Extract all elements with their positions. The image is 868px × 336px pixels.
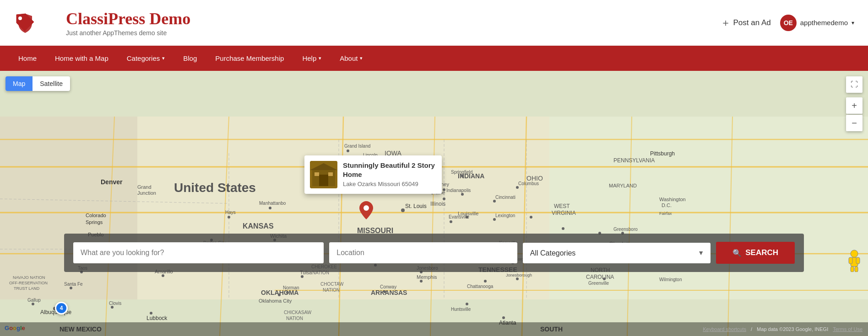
popup-listing-title[interactable]: Stunningly Beautiful 2 Story Home bbox=[343, 161, 436, 179]
svg-text:Manhattanbo: Manhattanbo bbox=[259, 201, 286, 206]
nav-categories-label: Categories bbox=[127, 54, 160, 62]
map-info-popup[interactable]: Stunningly Beautiful 2 Story Home Lake O… bbox=[304, 155, 442, 194]
svg-text:Greenville: Greenville bbox=[588, 281, 609, 286]
post-ad-button[interactable]: ＋ Post an Ad bbox=[721, 16, 771, 30]
search-icon: 🔍 bbox=[732, 249, 742, 257]
svg-rect-166 bbox=[328, 172, 333, 176]
nav-purchase-membership-label: Purchase Membership bbox=[215, 54, 284, 62]
svg-text:Jonesborough: Jonesborough bbox=[506, 273, 532, 277]
svg-text:St. Louis: St. Louis bbox=[405, 203, 427, 209]
location-input[interactable] bbox=[329, 242, 517, 263]
svg-point-109 bbox=[70, 287, 72, 289]
svg-text:KANSAS: KANSAS bbox=[243, 222, 274, 230]
svg-text:Pittsburgh: Pittsburgh bbox=[650, 150, 675, 157]
svg-point-150 bbox=[347, 149, 349, 152]
svg-text:Hays: Hays bbox=[225, 210, 236, 215]
svg-text:Huntsville: Huntsville bbox=[451, 307, 471, 312]
svg-text:MARYLAND: MARYLAND bbox=[609, 183, 637, 188]
svg-point-145 bbox=[603, 277, 606, 280]
header-right: ＋ Post an Ad OE appthemedemo ▾ bbox=[721, 15, 854, 31]
svg-point-115 bbox=[111, 306, 114, 309]
svg-text:Fairfax: Fairfax bbox=[659, 211, 672, 216]
svg-text:Springs: Springs bbox=[86, 219, 103, 225]
svg-point-105 bbox=[269, 207, 271, 209]
svg-text:Greensboro: Greensboro bbox=[613, 227, 638, 232]
nav-item-categories[interactable]: Categories ▾ bbox=[118, 46, 174, 71]
svg-text:Grand Island: Grand Island bbox=[344, 144, 370, 149]
svg-point-60 bbox=[461, 193, 464, 196]
nav-item-home[interactable]: Home bbox=[9, 46, 46, 71]
keyboard-shortcuts-link[interactable]: Keyboard shortcuts bbox=[703, 326, 746, 332]
svg-rect-163 bbox=[319, 175, 328, 186]
categories-arrow-icon: ▾ bbox=[162, 55, 165, 61]
nav-item-home-map[interactable]: Home with a Map bbox=[46, 46, 118, 71]
svg-text:NATION: NATION bbox=[323, 288, 340, 293]
svg-point-87 bbox=[493, 218, 496, 221]
map-type-controls: Map Satellite bbox=[5, 76, 70, 91]
svg-point-119 bbox=[150, 312, 152, 315]
svg-text:NAVAJO NATION: NAVAJO NATION bbox=[13, 275, 45, 280]
svg-point-121 bbox=[286, 291, 289, 294]
search-overlay: All Categories Real Estate Vehicles Jobs… bbox=[64, 234, 804, 272]
svg-point-94 bbox=[530, 216, 532, 219]
svg-text:Denver: Denver bbox=[101, 178, 123, 186]
keyword-input-wrap bbox=[73, 242, 324, 263]
svg-text:WEST: WEST bbox=[554, 203, 570, 209]
svg-text:CAROLINA: CAROLINA bbox=[586, 274, 614, 280]
help-arrow-icon: ▾ bbox=[319, 55, 321, 61]
category-wrap-inner: All Categories Real Estate Vehicles Jobs… bbox=[523, 243, 711, 263]
svg-point-46 bbox=[443, 188, 445, 191]
site-branding: 🏷 ClassiPress Demo Just another AppTheme… bbox=[14, 9, 190, 37]
terms-of-use-link[interactable]: Terms of Use bbox=[833, 326, 863, 332]
svg-point-85 bbox=[450, 220, 452, 223]
svg-point-58 bbox=[420, 280, 423, 283]
map-type-map-button[interactable]: Map bbox=[5, 76, 33, 91]
svg-text:Junction: Junction bbox=[137, 190, 156, 196]
svg-text:NATION: NATION bbox=[286, 316, 303, 321]
svg-text:Wilmington: Wilmington bbox=[659, 277, 682, 282]
nav-item-help[interactable]: Help ▾ bbox=[293, 46, 331, 71]
svg-text:Cincinnati: Cincinnati bbox=[495, 195, 515, 200]
map-listing-pin[interactable] bbox=[359, 201, 373, 221]
svg-point-103 bbox=[228, 216, 230, 219]
svg-rect-6 bbox=[0, 117, 137, 299]
fullscreen-button[interactable]: ⛶ bbox=[846, 76, 863, 93]
footer-separator: / bbox=[751, 326, 752, 332]
map-type-satellite-button[interactable]: Satellite bbox=[33, 76, 70, 91]
map-attribution: Map data ©2023 Google, INEGI bbox=[757, 326, 828, 332]
category-select[interactable]: All Categories Real Estate Vehicles Jobs… bbox=[523, 243, 711, 263]
popup-listing-image bbox=[310, 161, 337, 188]
svg-rect-165 bbox=[315, 172, 319, 176]
svg-text:Santa Fe: Santa Fe bbox=[64, 282, 83, 287]
keyword-input[interactable] bbox=[73, 242, 324, 263]
svg-text:Norman: Norman bbox=[283, 285, 299, 290]
logo-tag-icon bbox=[14, 12, 36, 34]
svg-text:ARKANSAS: ARKANSAS bbox=[371, 289, 407, 296]
site-tagline: Just another AppThemes demo site bbox=[66, 29, 190, 37]
svg-point-42 bbox=[401, 208, 405, 212]
map-background[interactable]: Denver Colorado Springs Pueblo Grand Jun… bbox=[0, 71, 868, 336]
nav-item-blog[interactable]: Blog bbox=[174, 46, 206, 71]
map-pin-svg bbox=[359, 201, 373, 219]
location-input-wrap bbox=[329, 242, 517, 263]
user-menu[interactable]: OE appthemedemo ▾ bbox=[780, 15, 854, 31]
popup-listing-location: Lake Ozarks Missouri 65049 bbox=[343, 181, 436, 187]
svg-text:Lubbock: Lubbock bbox=[146, 315, 168, 321]
svg-text:United States: United States bbox=[174, 181, 256, 195]
svg-text:Gallup: Gallup bbox=[27, 298, 41, 303]
user-initials: OE bbox=[784, 19, 793, 27]
nav-item-about[interactable]: About ▾ bbox=[331, 46, 372, 71]
svg-text:CHOCTAW: CHOCTAW bbox=[320, 282, 344, 287]
svg-text:Chattanooga: Chattanooga bbox=[467, 284, 494, 289]
nav-item-purchase-membership[interactable]: Purchase Membership bbox=[206, 46, 293, 71]
svg-text:Memphis: Memphis bbox=[417, 274, 437, 280]
search-button[interactable]: 🔍 SEARCH bbox=[716, 242, 795, 264]
svg-point-149 bbox=[562, 227, 564, 230]
zoom-out-button[interactable]: − bbox=[846, 115, 863, 131]
map-cluster-pin[interactable]: 4 bbox=[55, 302, 68, 315]
svg-text:Oklahoma City: Oklahoma City bbox=[259, 298, 292, 304]
plus-icon: ＋ bbox=[721, 16, 731, 30]
zoom-in-button[interactable]: + bbox=[846, 97, 863, 114]
svg-text:Conway: Conway bbox=[380, 284, 396, 289]
svg-text:CHICKASAW: CHICKASAW bbox=[284, 310, 312, 315]
